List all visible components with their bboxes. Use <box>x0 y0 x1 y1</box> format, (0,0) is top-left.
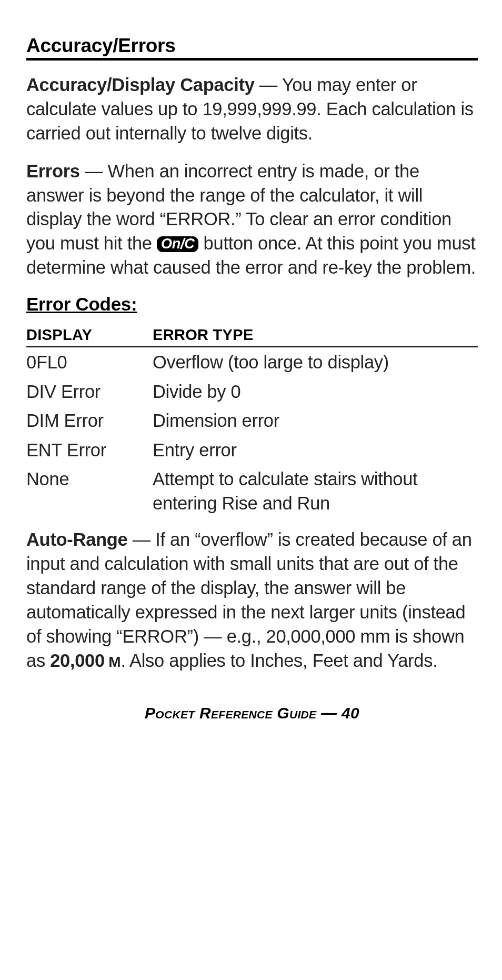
table-row: DIM Error Dimension error <box>26 406 478 435</box>
auto-range-tail: . Also applies to Inches, Feet and Yards… <box>121 651 437 671</box>
accuracy-paragraph: Accuracy/Display Capacity — You may ente… <box>26 73 478 146</box>
table-header-row: DISPLAY ERROR TYPE <box>26 326 478 347</box>
table-row: 0FL0 Overflow (too large to display) <box>26 347 478 377</box>
auto-range-value: 20,000 <box>50 651 105 671</box>
error-codes-table: DISPLAY ERROR TYPE 0FL0 Overflow (too la… <box>26 326 478 517</box>
footer-page-number: 40 <box>342 704 359 722</box>
col-error-type: ERROR TYPE <box>153 326 478 347</box>
cell-error-type: Divide by 0 <box>153 377 478 406</box>
accuracy-lead: Accuracy/Display Capacity <box>26 75 255 95</box>
auto-range-lead: Auto-Range <box>26 529 127 549</box>
table-row: DIV Error Divide by 0 <box>26 377 478 406</box>
cell-display: 0FL0 <box>26 347 153 377</box>
errors-lead: Errors <box>26 161 80 181</box>
table-row: None Attempt to calculate stairs without… <box>26 464 478 517</box>
cell-error-type: Attempt to calculate stairs without ente… <box>153 464 478 517</box>
cell-display: None <box>26 464 153 517</box>
footer-label: Pocket Reference Guide — <box>145 704 342 722</box>
col-display: DISPLAY <box>26 326 153 347</box>
table-row: ENT Error Entry error <box>26 435 478 465</box>
auto-range-paragraph: Auto-Range — If an “overflow” is created… <box>26 528 478 673</box>
page-footer: Pocket Reference Guide — 40 <box>26 704 478 722</box>
cell-error-type: Entry error <box>153 435 478 465</box>
accuracy-dash: — <box>255 75 282 95</box>
section-title: Accuracy/Errors <box>26 35 478 57</box>
cell-display: DIV Error <box>26 377 153 406</box>
errors-paragraph: Errors — When an incorrect entry is made… <box>26 159 478 280</box>
error-codes-heading: Error Codes: <box>26 294 478 315</box>
auto-range-unit: M <box>105 654 121 670</box>
section-rule <box>26 58 478 61</box>
cell-error-type: Dimension error <box>153 406 478 435</box>
cell-display: DIM Error <box>26 406 153 435</box>
on-c-key: On/C <box>157 236 198 252</box>
cell-error-type: Overflow (too large to display) <box>153 347 478 377</box>
cell-display: ENT Error <box>26 435 153 465</box>
auto-range-body: — If an “overflow” is created because of… <box>26 529 472 670</box>
